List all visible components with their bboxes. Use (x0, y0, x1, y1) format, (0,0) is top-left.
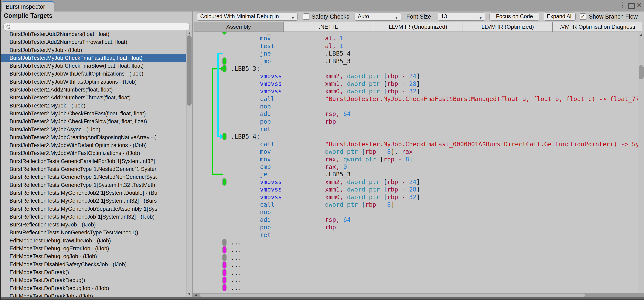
compile-target-item[interactable]: BurstReflectionTests.MyGenericJob`1[Syst… (0, 213, 186, 221)
compile-target-item[interactable]: BurstReflectionTests.GenericType`1.Neste… (0, 173, 186, 181)
code-scrollbar-thumb[interactable] (639, 65, 644, 79)
compile-target-item[interactable]: BurstJobTester2.MyJobWithFastOptimizatio… (0, 149, 186, 157)
list-scrollbar[interactable]: ▲ ▼ (186, 30, 192, 297)
code-token: [ (384, 88, 387, 95)
code-mnemonic: vmovss (260, 186, 282, 193)
code-mnemonic: call (260, 95, 274, 103)
chevron-down-icon: ▼ (394, 14, 398, 20)
scroll-left-icon[interactable]: ◀ (195, 293, 197, 297)
compile-target-item[interactable]: BurstReflectionTests.MyGenericJobSeparat… (0, 205, 186, 213)
compile-target-item[interactable]: BurstJobTester.Add2Numbers(float, float) (0, 30, 186, 38)
code-operands: xmm2, dword ptr [rbp - 24] (325, 72, 420, 80)
code-scrollbar-horizontal[interactable]: ◀ (193, 293, 644, 297)
compile-target-item[interactable]: EditModeTest.DebugLogErrorJob - (IJob) (0, 245, 186, 253)
compile-target-item[interactable]: EditModeTest.DisabledSafetyChecksJob - (… (0, 261, 186, 269)
code-view-tab[interactable]: LLVM IR (Unoptimized) (373, 22, 463, 31)
code-token: [ (384, 186, 387, 193)
expand-all-button[interactable]: Expand All (544, 12, 576, 20)
compile-target-item[interactable]: EditModeTest.DoBreak() (0, 269, 186, 276)
compile-target-item[interactable]: BurstJobTester2.Add2Numbers(float, float… (0, 86, 186, 94)
compile-target-item[interactable]: BurstJobTester.MyJob - (IJob) (0, 46, 186, 54)
collapsed-code-dots: ... (231, 239, 242, 246)
code-line: ... (193, 269, 638, 276)
code-token: xmm1, (325, 186, 347, 193)
compile-target-item[interactable]: EditModeTest.DebugLogJob - (IJob) (0, 253, 186, 260)
code-line: jne.LBB5_4 (193, 50, 638, 57)
code-token: [ (380, 156, 384, 163)
font-size-dropdown[interactable]: 13 ▼ (438, 12, 485, 20)
block-marker (223, 133, 226, 140)
compile-target-item[interactable]: BurstJobTester.MyJobWithFastOptimization… (0, 78, 186, 86)
search-input[interactable] (12, 24, 187, 30)
compile-target-item[interactable]: BurstJobTester2.Add2NumbersThrows(float,… (0, 94, 186, 102)
window-tab-burst-inspector[interactable]: Burst Inspector (2, 1, 54, 11)
code-token: ] (416, 72, 420, 80)
code-operands: qword ptr [rbp - 8], rax (325, 148, 413, 155)
compile-target-item[interactable]: BurstJobTester2.MyJob.CheckFmaFast(float… (0, 110, 186, 118)
code-gen-dropdown[interactable]: Coloured With Minimal Debug In ▼ (197, 12, 298, 20)
code-line: ret (193, 125, 638, 133)
code-line: callqword ptr [rbp - 8] (193, 201, 638, 208)
compile-target-item[interactable]: BurstJobTester.Add2NumbersThrows(float, … (0, 38, 186, 46)
chevron-down-icon: ▼ (291, 14, 295, 20)
code-token: 24 (409, 72, 416, 80)
code-operands: rbp (325, 223, 336, 231)
compile-target-item[interactable]: EditModeTest.DoBreakDebugJob - (IJob) (0, 285, 186, 292)
font-size-value: 13 (441, 13, 447, 19)
window-close-icon[interactable]: ✕ (636, 0, 643, 11)
code-operands: "BurstJobTester.MyJob.CheckFmaFast$Burst… (325, 95, 638, 103)
code-token: "BurstJobTester.MyJob.CheckFmaFast_00000… (325, 141, 638, 148)
window-maximize-icon[interactable] (628, 3, 635, 9)
code-view-tab[interactable]: LLVM IR (Optimized) (463, 22, 552, 31)
compile-target-item[interactable]: BurstJobTester.MyJob.CheckFmaFast(float,… (0, 54, 186, 62)
compile-target-item[interactable]: BurstJobTester2.MyJobWithDefaultOptimiza… (0, 141, 186, 149)
compile-target-item[interactable]: EditModeTest.DoBreakJob - (IJob) (0, 292, 186, 297)
code-token: [ (362, 148, 365, 155)
code-mnemonic: cmp (260, 163, 271, 171)
assembly-code-view[interactable]: _moval, 1testal, 1jne.LBB5_4jmp.LBB5_3.L… (193, 32, 638, 293)
compile-target-item[interactable]: BurstReflectionTests.MyGenericJob2`1[Sys… (0, 197, 186, 205)
compile-target-item[interactable]: BurstReflectionTests.GenericType`1.Neste… (0, 165, 186, 173)
code-token: al, (325, 42, 340, 49)
compile-target-item[interactable]: BurstJobTester2.MyJob.CheckFmaSlow(float… (0, 118, 186, 125)
scroll-up-icon[interactable]: ▲ (638, 33, 644, 37)
code-token: rbp - (387, 186, 409, 193)
code-view-tab[interactable]: .NET IL (284, 22, 373, 31)
clipped-code-fragment: _ (267, 32, 271, 34)
compile-target-item[interactable]: BurstReflectionTests.GenericType`1[Syste… (0, 181, 186, 189)
compile-target-item[interactable]: BurstReflectionTests.MyJob - (IJob) (0, 221, 186, 229)
code-token: dword ptr (347, 72, 384, 80)
code-token: 28 (409, 80, 416, 87)
code-mnemonic: call (260, 201, 274, 208)
code-view-tab[interactable]: Assembly (194, 22, 284, 31)
compile-target-item[interactable]: BurstJobTester.MyJob.CheckFmaSlow(float,… (0, 62, 186, 70)
code-operands: xmm1, dword ptr [rbp - 28] (325, 186, 420, 193)
compile-target-item[interactable]: BurstReflectionTests.MyGenericJob2`1[Sys… (0, 189, 186, 197)
scroll-down-icon[interactable]: ▼ (186, 292, 192, 296)
block-marker (223, 269, 226, 276)
code-line: .LBB5_3: (193, 65, 638, 72)
target-dropdown[interactable]: Auto ▼ (354, 12, 401, 20)
compile-target-item[interactable]: BurstJobTester.MyJobWithDefaultOptimizat… (0, 70, 186, 78)
code-token: qword ptr (325, 148, 362, 155)
compile-target-item[interactable]: BurstJobTester2.MyJobCreatingAndDisposin… (0, 134, 186, 141)
code-operands: xmm0, dword ptr [rbp - 32] (325, 87, 420, 95)
focus-on-code-button[interactable]: Focus on Code (490, 12, 540, 20)
search-box[interactable] (4, 23, 190, 31)
show-branch-flow-checkbox[interactable]: ✓ (580, 13, 586, 20)
window-menu-icon[interactable]: ⋮ (619, 0, 625, 11)
code-token: .LBB5_3 (325, 171, 350, 178)
code-token: [ (384, 72, 387, 80)
compile-target-item[interactable]: EditModeTest.DebugDrawLineJob - (IJob) (0, 237, 186, 245)
code-scrollbar-vertical[interactable]: ▲ (638, 32, 644, 293)
code-hscrollbar-thumb[interactable] (200, 294, 585, 297)
code-view-tab[interactable]: .VM IR Optimisation Diagnosti (553, 22, 642, 31)
compile-target-item[interactable]: BurstReflectionTests.NonGenericType.Test… (0, 229, 186, 237)
compile-target-item[interactable]: EditModeTest.DoBreakDebug() (0, 276, 186, 284)
list-scrollbar-thumb[interactable] (187, 35, 192, 106)
safety-checks-checkbox[interactable] (303, 13, 310, 20)
compile-target-item[interactable]: BurstJobTester2.MyJobAsync - (IJob) (0, 126, 186, 134)
compile-target-item[interactable]: BurstJobTester2.MyJob - (IJob) (0, 102, 186, 110)
scroll-up-icon[interactable]: ▲ (186, 31, 192, 35)
compile-target-item[interactable]: BurstReflectionTests.GenericParallelForJ… (0, 157, 186, 165)
